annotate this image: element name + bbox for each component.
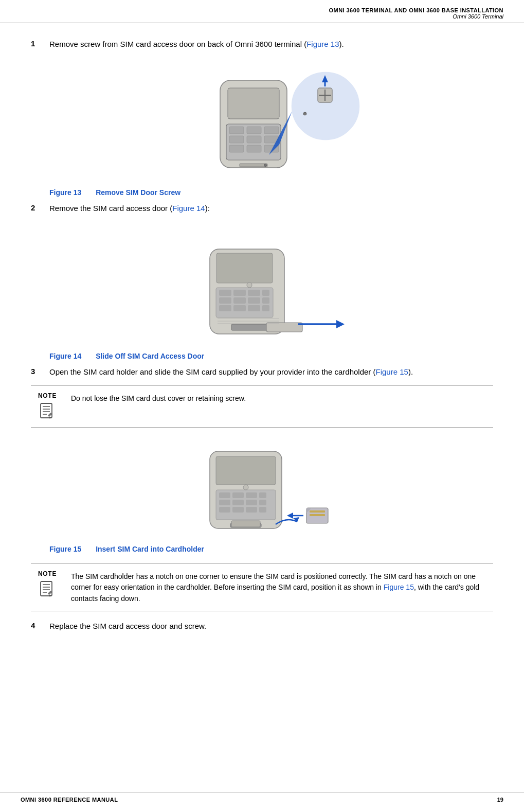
svg-rect-68 [231,521,260,527]
note-2-block: NOTE The SIM cardholder has a notch on o… [31,563,493,611]
svg-rect-3 [229,127,244,134]
svg-rect-33 [219,297,231,304]
svg-rect-57 [246,492,257,498]
note-2-text: The SIM cardholder has a notch on one co… [71,570,493,605]
svg-rect-36 [262,297,269,304]
svg-rect-41 [216,253,273,283]
page-container: Omni 3600 Terminal and Omni 3600 Base In… [0,0,524,812]
footer-left: Omni 3600 Reference Manual [21,797,118,803]
svg-rect-9 [229,145,244,152]
svg-rect-7 [247,136,261,143]
svg-rect-12 [240,164,267,167]
svg-rect-29 [219,290,231,296]
page-footer: Omni 3600 Reference Manual 19 [0,792,524,803]
footer-right: 19 [497,797,503,803]
main-content: 1 Remove screw from SIM card access door… [0,23,524,652]
page-header: Omni 3600 Terminal and Omni 3600 Base In… [0,0,524,23]
svg-rect-35 [248,297,260,304]
svg-rect-63 [219,507,230,513]
note-1-text: Do not lose the SIM card dust cover or r… [71,392,493,404]
svg-rect-6 [229,136,244,143]
svg-rect-53 [216,456,276,485]
svg-rect-82 [48,590,52,594]
svg-rect-1 [228,88,279,119]
header-line2: Omni 3600 Terminal [21,13,503,20]
step-2-number: 2 [31,203,49,215]
svg-rect-64 [232,507,244,513]
note-1-block: NOTE Do not lose the SIM card dust cover… [31,385,493,428]
figure-15-caption: Figure 15 Insert SIM Card into Cardholde… [49,545,204,553]
svg-rect-66 [259,507,266,513]
svg-rect-10 [247,145,261,152]
svg-rect-32 [262,290,269,296]
svg-point-69 [243,485,248,490]
figure-14-label: Figure 14 [49,352,81,360]
step-1-text: Remove screw from SIM card access door o… [49,39,493,50]
svg-rect-61 [246,500,257,505]
svg-rect-4 [247,127,261,134]
note-icon [38,401,57,421]
svg-rect-30 [233,290,246,296]
svg-rect-39 [248,305,260,311]
figure-15-svg [174,437,369,540]
figure-13-title: Remove SIM Door Screw [96,188,180,197]
figure-14-image [49,223,493,347]
svg-rect-31 [248,290,260,296]
step-4-text: Replace the SIM card access door and scr… [49,621,493,632]
note-2-icon [38,579,57,599]
svg-point-13 [264,164,266,166]
svg-rect-62 [259,500,266,505]
svg-rect-59 [219,500,230,505]
svg-marker-75 [287,513,293,519]
step-3: 3 Open the SIM card holder and slide the… [31,366,493,378]
step-1: 1 Remove screw from SIM card access door… [31,39,493,50]
note-2-label-col: NOTE [31,570,64,599]
svg-rect-38 [233,305,246,311]
svg-rect-37 [219,305,231,311]
svg-rect-23 [231,324,267,330]
fig15-ref[interactable]: Figure 15 [376,367,408,376]
svg-rect-56 [232,492,244,498]
svg-rect-58 [259,492,266,498]
figure-15-image [49,437,493,540]
svg-rect-73 [310,514,325,516]
svg-rect-34 [233,297,246,304]
figure-13-block: Figure 13 Remove SIM Door Screw [49,60,493,200]
svg-rect-55 [219,492,230,498]
figure-15-label: Figure 15 [49,545,81,553]
step-3-number: 3 [31,366,49,378]
svg-rect-50 [48,412,52,416]
step-4: 4 Replace the SIM card access door and s… [31,621,493,632]
figure-14-block: Figure 14 Slide Off SIM Card Access Door [49,223,493,363]
svg-marker-44 [336,320,345,328]
figure-14-caption: Figure 14 Slide Off SIM Card Access Door [49,352,204,360]
figure-13-label: Figure 13 [49,188,81,197]
step-2-text: Remove the SIM card access door (Figure … [49,203,493,215]
svg-rect-65 [246,507,257,513]
svg-rect-72 [310,510,325,513]
svg-rect-24 [266,323,302,332]
figure-14-title: Slide Off SIM Card Access Door [96,352,204,360]
figure-15-title: Insert SIM Card into Cardholder [96,545,204,553]
svg-rect-5 [264,127,279,134]
figure-15-block: Figure 15 Insert SIM Card into Cardholde… [49,437,493,556]
figure-13-svg [174,60,369,183]
header-line1: Omni 3600 Terminal and Omni 3600 Base In… [21,7,503,13]
svg-point-21 [303,112,306,115]
note-1-label-col: NOTE [31,392,64,421]
svg-point-42 [247,283,252,288]
step-4-number: 4 [31,621,49,632]
figure-13-image [49,60,493,183]
svg-rect-60 [232,500,244,505]
step-2: 2 Remove the SIM card access door (Figur… [31,203,493,215]
fig14-ref[interactable]: Figure 14 [172,204,205,213]
figure-13-caption: Figure 13 Remove SIM Door Screw [49,188,180,197]
step-1-number: 1 [31,39,49,50]
note-1-label: NOTE [38,392,57,399]
fig15-note-ref[interactable]: Figure 15 [384,583,414,591]
step-3-text: Open the SIM card holder and slide the S… [49,366,493,378]
note-2-label: NOTE [38,570,57,577]
svg-rect-40 [262,305,269,311]
figure-14-svg [174,223,369,347]
fig13-ref[interactable]: Figure 13 [306,40,339,48]
